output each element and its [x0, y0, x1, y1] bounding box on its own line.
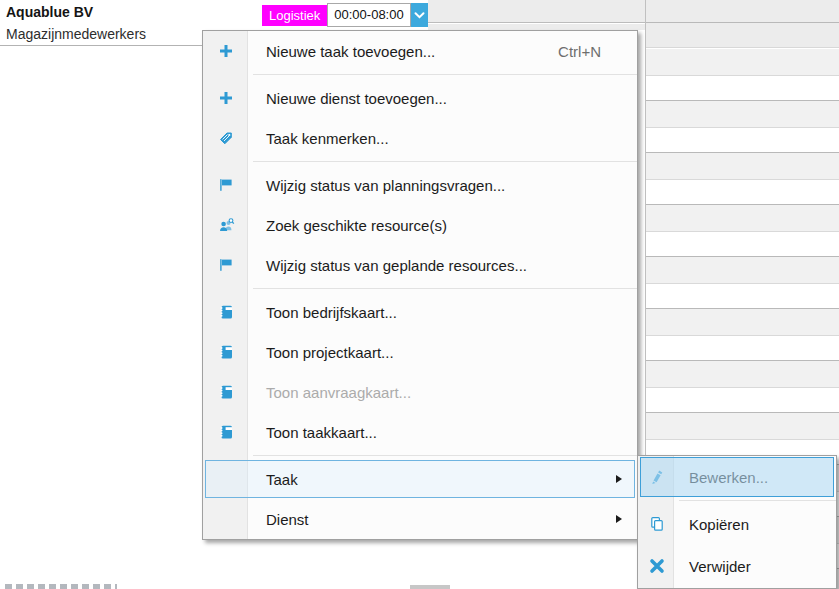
- time-slot-dropdown-button[interactable]: [411, 3, 428, 27]
- submenu-item-bewerken[interactable]: Bewerken...: [638, 456, 836, 498]
- schedule-grid-header-row: [646, 0, 839, 23]
- schedule-grid-row: [646, 23, 839, 48]
- menu-item-wijzig-status-planningsvragen[interactable]: Wijzig status van planningsvragen...: [203, 165, 637, 205]
- chevron-down-icon: [413, 9, 426, 22]
- notebook-icon: [203, 424, 249, 440]
- menu-item-label: Zoek geschikte resource(s): [249, 217, 637, 234]
- person-search-icon: [203, 217, 249, 233]
- menu-separator: [253, 161, 637, 162]
- menu-item-shortcut: Ctrl+N: [558, 43, 637, 60]
- submenu-item-kopieren[interactable]: Kopiëren: [638, 503, 836, 545]
- menu-item-wijzig-status-geplande-resources[interactable]: Wijzig status van geplande resources...: [203, 245, 637, 285]
- menu-item-nieuwe-dienst-toevoegen[interactable]: Nieuwe dienst toevoegen...: [203, 78, 637, 118]
- flag-icon: [203, 177, 249, 193]
- menu-item-label: Kopiëren: [675, 516, 836, 533]
- menu-item-toon-bedrijfskaart[interactable]: Toon bedrijfskaart...: [203, 292, 637, 332]
- notebook-icon: [203, 304, 249, 320]
- menu-item-label: Toon projectkaart...: [249, 344, 637, 361]
- menu-item-label: Taak kenmerken...: [249, 130, 637, 147]
- notebook-icon: [203, 384, 249, 400]
- chevron-right-icon: [616, 515, 622, 523]
- notebook-icon: [203, 344, 249, 360]
- menu-separator: [253, 74, 637, 75]
- delete-x-icon: [638, 558, 675, 574]
- menu-item-nieuwe-taak-toevoegen[interactable]: Nieuwe taak toevoegen... Ctrl+N: [203, 31, 637, 71]
- chevron-right-icon: [616, 475, 622, 483]
- menu-item-zoek-geschikte-resources[interactable]: Zoek geschikte resource(s): [203, 205, 637, 245]
- menu-item-label: Wijzig status van geplande resources...: [249, 257, 637, 274]
- menu-item-label: Nieuwe taak toevoegen...: [249, 43, 558, 60]
- menu-item-toon-projectkaart[interactable]: Toon projectkaart...: [203, 332, 637, 372]
- hover-highlight: [640, 457, 834, 497]
- row-divider: [0, 45, 202, 46]
- clipped-next-row-mark: [410, 585, 450, 589]
- menu-item-toon-aanvraagkaart[interactable]: Toon aanvraagkaart...: [203, 372, 637, 412]
- menu-separator: [679, 500, 836, 501]
- schedule-header-strip: [428, 0, 645, 23]
- company-name: Aquablue BV: [6, 4, 93, 20]
- menu-item-label: Toon bedrijfskaart...: [249, 304, 637, 321]
- menu-separator: [253, 455, 637, 456]
- context-menu: Nieuwe taak toevoegen... Ctrl+N Nieuwe d…: [202, 30, 638, 540]
- taak-submenu: Bewerken... Kopiëren Verwijder: [637, 455, 837, 589]
- tag-icon: [203, 130, 249, 146]
- resource-group-name: Magazijnmedewerkers: [6, 26, 146, 42]
- clipped-next-row-text: [5, 584, 117, 589]
- plus-icon: [203, 90, 249, 106]
- menu-item-label: Verwijder: [675, 558, 836, 575]
- menu-item-label: Dienst: [249, 511, 616, 528]
- menu-item-taak-kenmerken[interactable]: Taak kenmerken...: [203, 118, 637, 158]
- menu-separator: [253, 288, 637, 289]
- menu-item-label: Toon taakkaart...: [249, 424, 637, 441]
- menu-item-toon-taakkaart[interactable]: Toon taakkaart...: [203, 412, 637, 452]
- menu-item-taak-submenu[interactable]: Taak: [203, 459, 637, 499]
- plus-icon: [203, 43, 249, 59]
- submenu-item-verwijder[interactable]: Verwijder: [638, 545, 836, 587]
- menu-item-label: Taak: [249, 471, 616, 488]
- flag-icon: [203, 257, 249, 273]
- time-slot-field[interactable]: 00:00-08:00: [327, 3, 411, 27]
- menu-item-dienst-submenu[interactable]: Dienst: [203, 499, 637, 539]
- copy-icon: [638, 516, 675, 532]
- menu-item-label: Toon aanvraagkaart...: [249, 384, 637, 401]
- category-badge: Logistiek: [262, 5, 327, 26]
- menu-item-label: Wijzig status van planningsvragen...: [249, 177, 637, 194]
- menu-item-label: Nieuwe dienst toevoegen...: [249, 90, 637, 107]
